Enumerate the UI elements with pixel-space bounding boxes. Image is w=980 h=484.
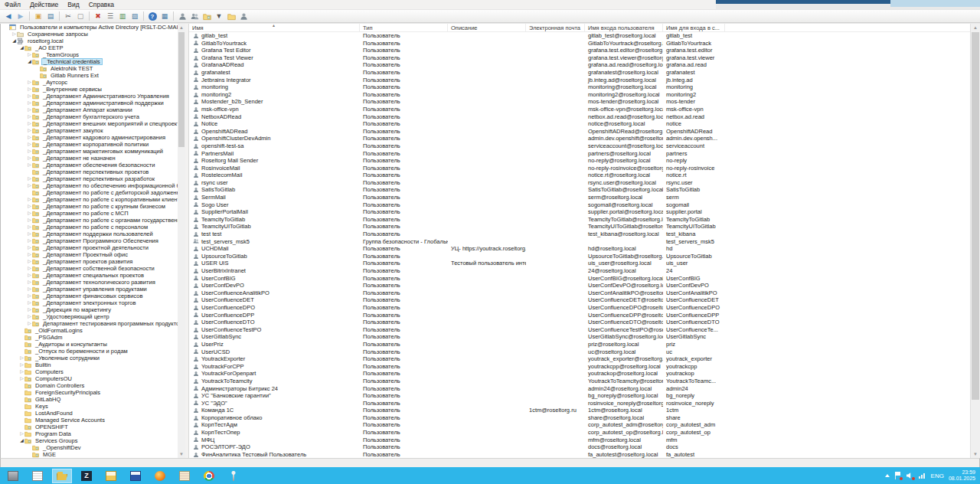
tree-item[interactable]: ▷ Builtin — [2, 361, 178, 368]
expander-icon[interactable]: ▷ — [27, 286, 32, 293]
table-row[interactable]: YoutrackForCPP Пользователь youtrackcpp@… — [189, 363, 970, 371]
taskbar-print-document-button[interactable] — [28, 469, 47, 483]
expander-icon[interactable]: ▷ — [19, 355, 24, 361]
toolbar-delete-icon[interactable]: ✖ — [93, 11, 103, 21]
toolbar-help-icon[interactable]: ? — [147, 11, 158, 21]
toolbar-forward-icon[interactable]: ▶ — [15, 11, 26, 21]
menu-view[interactable]: Вид — [63, 0, 83, 9]
expander-icon[interactable]: ▷ — [27, 113, 32, 120]
table-row[interactable]: grafanatest Пользователь grafanatest@ros… — [189, 69, 970, 77]
menu-help[interactable]: Справка — [84, 0, 119, 9]
column-header-1[interactable]: Имя▲ — [189, 24, 360, 31]
expander-icon[interactable]: ▷ — [19, 368, 24, 375]
tree-item[interactable]: ▷ _Департамент собственной безопасности — [2, 265, 178, 272]
list-scroll-down-icon[interactable]: ▼ — [971, 450, 980, 458]
tree-item[interactable]: ▷ _Департамент по обеспечению информацио… — [2, 182, 178, 189]
expander-icon[interactable]: ▷ — [27, 299, 32, 306]
tree-item[interactable]: ▷ _Департамент обеспечения безопасности — [2, 162, 178, 168]
expander-icon[interactable]: ▷ — [27, 106, 32, 113]
table-row[interactable]: УС "Банковские гарантии" Пользователь bg… — [189, 392, 970, 400]
tree-item[interactable]: _PSGAdm — [2, 334, 178, 341]
table-row[interactable]: UserConfluenceTestPO Пользователь UserCo… — [189, 326, 970, 334]
tree-item[interactable]: LostAndFound — [2, 410, 178, 417]
table-row[interactable]: test test Пользователь test_kibana@rosel… — [189, 231, 970, 238]
taskbar-remote-access-button[interactable] — [224, 469, 243, 483]
table-row[interactable]: UserConfluenceDPO Пользователь UserConfl… — [189, 304, 970, 312]
expander-icon[interactable]: ◢ — [19, 437, 24, 444]
table-row[interactable]: UserConfluenceDPP Пользователь UserConfl… — [189, 312, 970, 319]
table-row[interactable]: msk-office-vpn Пользователь msk-office-v… — [189, 106, 970, 113]
tree-item[interactable]: ▷ _TeamGroups — [2, 51, 178, 58]
table-row[interactable]: Администраторы Битрикс 24 Пользователь a… — [189, 385, 970, 393]
tree-item[interactable]: ▷ ComputersOU — [2, 375, 178, 382]
list-scroll-up-icon[interactable]: ▲ — [971, 24, 980, 31]
tree-item[interactable]: ▷ _Департамент внешних мероприятий и спе… — [2, 120, 178, 127]
expander-icon[interactable]: ▷ — [27, 231, 32, 237]
table-row[interactable]: ФинАналитика Тестовый Пользователь Польз… — [189, 451, 970, 458]
tree-item[interactable]: ▷ _Департамент не назначен — [2, 155, 178, 162]
expander-icon[interactable]: ▷ — [19, 361, 24, 368]
tree-scroll-thumb[interactable] — [178, 32, 185, 147]
tree-item[interactable]: ▷ _Департамент бухгалтерского учета — [2, 113, 178, 120]
expander-icon[interactable]: ◢ — [19, 44, 24, 51]
tree-item[interactable]: ▷ _Департамент Программного Обеспечения — [2, 237, 178, 244]
expander-icon[interactable]: ▷ — [19, 375, 24, 382]
tree-item[interactable]: _OldFormatLogins — [2, 327, 178, 334]
table-row[interactable]: OpenshiftADRead Пользователь OpenshiftAD… — [189, 128, 970, 136]
table-row[interactable]: Jetbrains Integrator Пользователь jb.int… — [189, 77, 970, 84]
toolbar-up-one-level-icon[interactable]: ▣ — [33, 11, 44, 21]
tree-item[interactable]: ▷ _Департамент маркетинговых коммуникаци… — [2, 148, 178, 155]
table-row[interactable]: UserConfBIG Пользователь UserConfBIG@ros… — [189, 275, 970, 283]
table-row[interactable]: UserConfDevPO Пользователь UserConfDevPO… — [189, 282, 970, 289]
table-row[interactable]: TeamcityToGitlab Пользователь TeamcityTo… — [189, 216, 970, 224]
toolbar-new-group-icon[interactable] — [189, 11, 200, 21]
tree-item[interactable]: OPENSHIFT — [2, 424, 178, 430]
column-header-2[interactable]: Тип — [360, 24, 448, 31]
menu-file[interactable]: Файл — [0, 0, 25, 9]
tree-item[interactable]: ▷ _Департамент проектов развития — [2, 258, 178, 265]
column-header-5[interactable]: Имя входа пользователя — [585, 24, 663, 31]
tree-item[interactable]: ▷ _Департамент по работе с корпоративным… — [2, 196, 178, 203]
toolbar-back-icon[interactable]: ◀ — [3, 11, 14, 21]
column-header-4[interactable]: Электронная почта — [526, 24, 585, 31]
expander-icon[interactable]: ▷ — [27, 141, 32, 148]
table-row[interactable]: КорпТестОпер Пользователь corp_autotest_… — [189, 429, 970, 437]
tree-item[interactable]: Domain Controllers — [2, 382, 178, 389]
tree-item[interactable]: ▷ _Департамент по работе с крупным бизне… — [2, 203, 178, 210]
network-status-icon[interactable] — [919, 472, 926, 479]
menu-action[interactable]: Действие — [25, 0, 63, 9]
expander-icon[interactable]: ▷ — [27, 134, 32, 141]
expander-icon[interactable]: ▷ — [27, 162, 32, 168]
table-row[interactable]: Grafana Test Viewer Пользователь grafana… — [189, 54, 970, 62]
table-row[interactable]: TeamcityUIToGitlab Пользователь Teamcity… — [189, 223, 970, 231]
tree-item[interactable]: ◢ _АО ЕЕТР — [2, 44, 178, 51]
tree-item[interactable]: Managed Service Accounts — [2, 417, 178, 424]
tree-item[interactable]: ▷ _Департамент корпоративной политики — [2, 141, 178, 148]
list-scrollbar[interactable]: ▲ ▼ — [970, 24, 980, 458]
tree-item[interactable]: ◢ Services Groups — [2, 437, 178, 444]
keyboard-language-indicator[interactable]: ENG — [931, 473, 944, 479]
tree-item[interactable]: ForeignSecurityPrincipals — [2, 389, 178, 396]
tree-item[interactable]: _Департамент по работе с дебиторской зад… — [2, 189, 178, 196]
tree-item[interactable]: ▷ _Департамент электронных торгов — [2, 299, 178, 306]
table-row[interactable]: МФЦ Пользователь mfm@roseltorg.local mfm — [189, 437, 970, 444]
tree-item[interactable]: _Департамент перспективных проектов — [2, 168, 178, 175]
table-row[interactable]: UserConfluenceDET Пользователь UserConfl… — [189, 296, 970, 304]
taskbar-system-monitor-button[interactable] — [3, 469, 23, 483]
table-row[interactable]: test_servers_msk5 Группа безопасности - … — [189, 238, 970, 246]
toolbar-export-list-icon[interactable]: ▨ — [129, 11, 140, 21]
tree-item[interactable]: ▷ _Департамент специальных проектов — [2, 272, 178, 279]
table-row[interactable]: КорпТестАдм Пользователь corp_autotest_a… — [189, 421, 970, 429]
expander-icon[interactable]: ▷ — [27, 279, 32, 286]
tree-item[interactable]: ▷ _Департамент по работе с органами госу… — [2, 217, 178, 224]
toolbar-view-options-icon[interactable] — [226, 11, 237, 21]
taskbar-z-app-button[interactable]: Z — [77, 469, 96, 483]
expander-icon[interactable]: ▷ — [11, 31, 17, 38]
toolbar-new-ou-icon[interactable] — [201, 11, 212, 21]
tree-item[interactable]: ▷ _Департамент проектной деятельности — [2, 244, 178, 251]
table-row[interactable]: PartnersMail Пользователь partners@rosel… — [189, 150, 970, 158]
expander-icon[interactable]: ▷ — [27, 51, 32, 58]
expander-icon[interactable]: ▷ — [27, 155, 32, 162]
table-row[interactable]: UCHDMail Пользователь УЦ- https://youtra… — [189, 245, 970, 253]
column-header-6[interactable]: Имя для входа в с... — [663, 24, 725, 31]
